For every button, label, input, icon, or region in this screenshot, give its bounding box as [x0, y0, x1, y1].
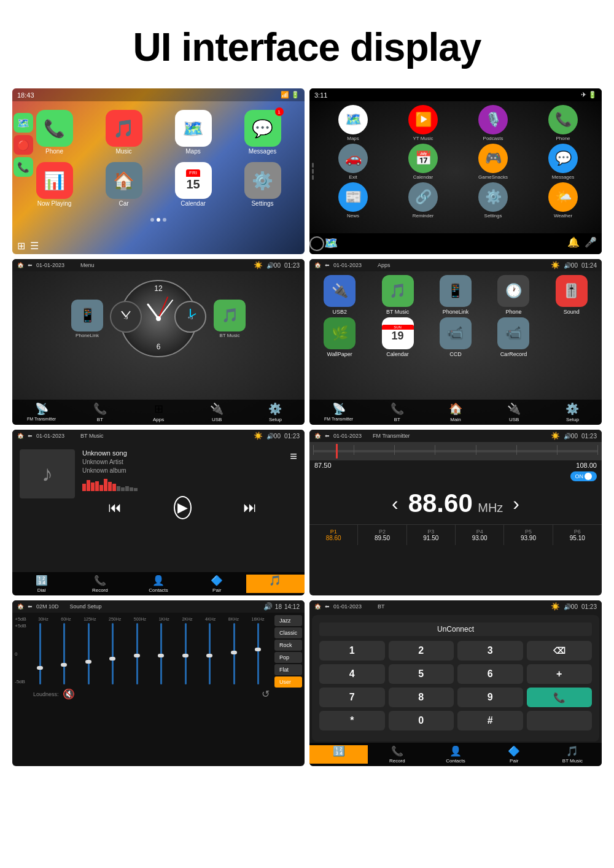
- dial-7[interactable]: 7: [319, 688, 385, 707]
- aa-settings[interactable]: ⚙️ Settings: [459, 182, 527, 219]
- app-clock[interactable]: 🕐 Phone: [486, 275, 541, 315]
- app-usb2[interactable]: 🔌 USB2: [312, 275, 367, 315]
- dial-plus[interactable]: +: [527, 664, 593, 684]
- loudness-icon[interactable]: 🔇: [63, 688, 75, 700]
- nav-btmusic8[interactable]: 🎵 BT Music: [543, 745, 602, 764]
- dial-call[interactable]: 📞: [527, 688, 593, 707]
- eq-band-1[interactable]: [29, 623, 52, 684]
- dial-star[interactable]: *: [319, 711, 385, 730]
- app-btmusic[interactable]: 🎵 BT Music: [370, 275, 425, 315]
- nav-main4[interactable]: 🏠 Main: [426, 402, 484, 422]
- dial-8[interactable]: 8: [389, 688, 454, 707]
- back-icon-3[interactable]: ⬅: [28, 262, 33, 268]
- fm-screen[interactable]: 🏠 ⬅ 01-01-2023 FM Transmitter ☀️ 🔊00 01:…: [309, 430, 602, 595]
- fm-on-toggle[interactable]: ON: [570, 471, 597, 481]
- home-icon-7[interactable]: 🏠: [17, 603, 24, 610]
- nav-contacts8[interactable]: 👤 Contacts: [426, 745, 484, 764]
- aa-podcasts[interactable]: 🎙️ Podcasts: [459, 105, 527, 141]
- sidebar-icon-2[interactable]: 🔴: [14, 135, 33, 155]
- aa-weather[interactable]: 🌤️ Weather: [529, 182, 597, 219]
- nav-bt4[interactable]: 📞 BT: [368, 402, 426, 422]
- eq-band-4[interactable]: [101, 623, 124, 684]
- home-icon-3[interactable]: 🏠: [17, 262, 24, 268]
- aa-bell-icon[interactable]: 🔔: [567, 236, 580, 251]
- app-carrecord[interactable]: 📹 CarRecord: [486, 317, 541, 357]
- dial-4[interactable]: 4: [319, 664, 385, 684]
- aa-record-btn[interactable]: ⊙: [309, 236, 324, 251]
- apps-screen[interactable]: 🏠 ⬅ 01-01-2023 Apps ☀️ 🔊00 01:24 🔌 USB2 …: [309, 259, 602, 425]
- fm-prev-btn[interactable]: ‹: [392, 492, 398, 515]
- preset-jazz[interactable]: Jazz: [274, 615, 302, 626]
- preset-p4[interactable]: P4 93.00: [456, 525, 504, 545]
- preset-classic[interactable]: Classic: [274, 627, 302, 638]
- play-btn[interactable]: ▶: [174, 496, 192, 519]
- eq-band-3[interactable]: [77, 623, 100, 684]
- app-sound[interactable]: 🎚️ Sound: [544, 275, 599, 315]
- app-music[interactable]: 🎵 Music: [91, 110, 156, 155]
- preset-user[interactable]: User: [274, 676, 302, 688]
- grid-icon[interactable]: ⊞: [17, 240, 25, 252]
- nav-pair5[interactable]: 🔷 Pair: [188, 575, 246, 593]
- aa-gamesnacks[interactable]: 🎮 GameSnacks: [459, 144, 527, 180]
- preset-flat[interactable]: Flat: [274, 664, 302, 675]
- back-icon-7[interactable]: ⬅: [28, 603, 33, 610]
- aa-maps[interactable]: 🗺️ Maps: [319, 105, 387, 141]
- home-icon-5[interactable]: 🏠: [17, 433, 24, 439]
- nav-record5[interactable]: 📞 Record: [71, 575, 129, 593]
- preset-rock[interactable]: Rock: [274, 640, 302, 651]
- aa-calendar[interactable]: 📅 Calendar: [389, 144, 457, 180]
- aa-mic-icon[interactable]: 🎤: [585, 236, 597, 251]
- preset-p2[interactable]: P2 89.50: [358, 525, 406, 545]
- app-car[interactable]: 🏠 Car: [91, 162, 156, 207]
- nav-bt[interactable]: 📞 BT: [71, 402, 129, 422]
- carplay-screen[interactable]: 18:43 📶 🔋 📞 Phone 🎵 Music 🗺️ Maps: [12, 88, 305, 254]
- nav-pair8[interactable]: 🔷 Pair: [485, 745, 543, 764]
- sidebar-icon-3[interactable]: 📞: [14, 157, 33, 177]
- nav-fm[interactable]: 📡 FM Transmitter: [12, 402, 71, 422]
- bt-music-screen[interactable]: 🏠 ⬅ 01-01-2023 BT Music ☀️ 🔊00 01:23 ♪ U…: [12, 430, 305, 595]
- preset-p6[interactable]: P6 95.10: [553, 525, 602, 545]
- nav-dial8[interactable]: 🔢 Dial: [309, 745, 368, 764]
- prev-btn[interactable]: ⏮: [108, 500, 122, 516]
- nav-btmusic5[interactable]: 🎵 BT Music: [246, 575, 305, 593]
- app-calendar[interactable]: FRI 15 Calendar: [161, 162, 225, 207]
- aa-ytmusic[interactable]: ▶️ YT Music: [389, 105, 457, 141]
- nav-usb4[interactable]: 🔌 USB: [485, 402, 543, 422]
- sidebar-icon-1[interactable]: 🗺️: [14, 113, 33, 133]
- dial-hash[interactable]: #: [457, 711, 523, 730]
- phonelink-widget[interactable]: 📱 PhoneLink: [71, 300, 103, 338]
- dial-2[interactable]: 2: [389, 641, 454, 661]
- back-icon-5[interactable]: ⬅: [28, 433, 33, 439]
- back-icon-6[interactable]: ⬅: [325, 433, 330, 439]
- dial-backspace[interactable]: ⌫: [527, 641, 593, 661]
- dial-1[interactable]: 1: [319, 641, 385, 661]
- aa-exit[interactable]: 🚗 Exit: [319, 144, 387, 180]
- nav-dial5[interactable]: 🔢 Dial: [12, 575, 71, 593]
- app-calendar2[interactable]: SUN 19 Calendar: [370, 317, 425, 357]
- back-icon-8[interactable]: ⬅: [325, 603, 330, 610]
- preset-p1[interactable]: P1 88.60: [309, 525, 358, 545]
- next-btn[interactable]: ⏭: [243, 500, 257, 516]
- nav-contacts5[interactable]: 👤 Contacts: [129, 575, 187, 593]
- dial-3[interactable]: 3: [457, 641, 523, 661]
- preset-pop[interactable]: Pop: [274, 652, 302, 663]
- aa-news[interactable]: 📰 News: [319, 182, 387, 219]
- app-messages[interactable]: 💬 1 Messages: [230, 110, 295, 155]
- btmusic-widget[interactable]: 🎵 BT Music: [214, 300, 246, 338]
- eq-band-2[interactable]: [53, 623, 76, 684]
- back-icon-4[interactable]: ⬅: [325, 262, 330, 268]
- reset-icon[interactable]: ↺: [262, 688, 270, 700]
- eq-band-9[interactable]: [223, 623, 246, 684]
- nav-usb[interactable]: 🔌 USB: [188, 402, 246, 422]
- eq-band-8[interactable]: [199, 623, 222, 684]
- eq-band-5[interactable]: [126, 623, 149, 684]
- menu-screen[interactable]: 🏠 ⬅ 01-01-2023 Menu ☀️ 🔊00 01:23 📱 Phone…: [12, 259, 305, 425]
- aa-maps-icon[interactable]: 🗺️: [324, 236, 338, 251]
- home-icon-8[interactable]: 🏠: [314, 603, 321, 610]
- preset-p3[interactable]: P3 91.50: [407, 525, 456, 545]
- dial-0[interactable]: 0: [389, 711, 454, 730]
- nav-setup4[interactable]: ⚙️ Setup: [543, 402, 602, 422]
- eq-band-6[interactable]: [150, 623, 173, 684]
- aa-messages[interactable]: 💬 Messages: [529, 144, 597, 180]
- playlist-icon[interactable]: ≡: [290, 449, 297, 519]
